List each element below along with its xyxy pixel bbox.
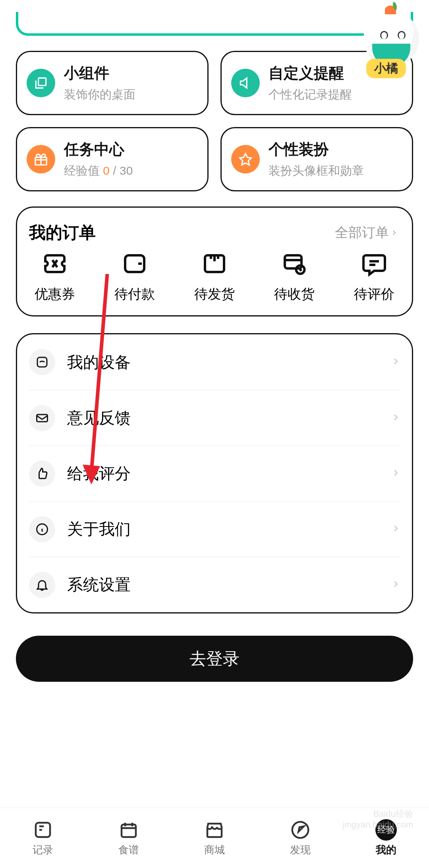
mascot-label: 小橘 bbox=[366, 59, 406, 78]
custom-remind-sub: 个性化记录提醒 bbox=[269, 87, 352, 103]
custom-remind-title: 自定义提醒 bbox=[269, 63, 352, 83]
settings-row-devices[interactable]: 我的设备 bbox=[29, 334, 400, 390]
order-item-pending-receive[interactable]: 待收货 bbox=[269, 249, 320, 303]
tab-record[interactable]: 记录 bbox=[32, 819, 54, 857]
info-icon bbox=[29, 516, 55, 542]
orders-panel: 我的订单 全部订单 优惠券 待付款 待发货 待收货 待评价 bbox=[16, 206, 413, 316]
task-center-title: 任务中心 bbox=[64, 139, 133, 160]
tab-recipes[interactable]: 食谱 bbox=[118, 819, 139, 857]
svg-rect-0 bbox=[39, 78, 46, 85]
chevron-right-icon bbox=[391, 357, 400, 367]
chevron-right-icon bbox=[390, 229, 398, 236]
order-item-pending-ship[interactable]: 待发货 bbox=[189, 249, 240, 303]
chevron-right-icon bbox=[391, 524, 400, 534]
thumbs-up-icon bbox=[29, 461, 55, 487]
order-item-coupon[interactable]: 优惠券 bbox=[29, 249, 81, 303]
all-orders-link[interactable]: 全部订单 bbox=[335, 224, 400, 242]
dressup-sub: 装扮头像框和勋章 bbox=[269, 163, 364, 179]
mascot-floating-button[interactable]: 小橘 bbox=[358, 11, 425, 79]
settings-row-about[interactable]: 关于我们 bbox=[29, 501, 400, 557]
svg-rect-7 bbox=[37, 415, 48, 422]
speaker-icon bbox=[231, 69, 260, 97]
chevron-right-icon bbox=[391, 580, 400, 590]
star-icon bbox=[231, 145, 260, 174]
settings-row-rate[interactable]: 给我评分 bbox=[29, 446, 400, 501]
svg-rect-10 bbox=[122, 825, 136, 837]
task-center-card[interactable]: 任务中心 经验值 0 / 30 bbox=[16, 127, 209, 191]
task-center-xp: 经验值 0 / 30 bbox=[64, 163, 133, 179]
settings-row-system[interactable]: 系统设置 bbox=[29, 557, 400, 612]
mail-icon bbox=[29, 405, 55, 431]
widget-card[interactable]: 小组件 装饰你的桌面 bbox=[16, 51, 209, 115]
scale-icon bbox=[29, 349, 55, 375]
chevron-right-icon bbox=[391, 413, 400, 423]
order-item-pending-pay[interactable]: 待付款 bbox=[109, 249, 160, 303]
settings-row-feedback[interactable]: 意见反馈 bbox=[29, 390, 400, 446]
orders-title: 我的订单 bbox=[29, 222, 96, 244]
top-banner-placeholder bbox=[16, 12, 413, 36]
bell-icon bbox=[29, 572, 55, 598]
settings-panel: 我的设备 意见反馈 给我评分 关于我们 系统设置 bbox=[16, 333, 413, 613]
dressup-card[interactable]: 个性装扮 装扮头像框和勋章 bbox=[220, 127, 413, 191]
gift-icon bbox=[27, 145, 55, 174]
chevron-right-icon bbox=[391, 469, 400, 479]
widget-title: 小组件 bbox=[64, 63, 135, 83]
tab-discover[interactable]: 发现 bbox=[290, 819, 311, 857]
order-item-pending-review[interactable]: 待评价 bbox=[348, 249, 400, 303]
dressup-title: 个性装扮 bbox=[269, 139, 364, 160]
watermark: Baidu经验 jingyan.baidu.com bbox=[343, 809, 413, 830]
widget-icon bbox=[27, 69, 55, 97]
login-button[interactable]: 去登录 bbox=[16, 636, 413, 682]
svg-rect-9 bbox=[36, 823, 50, 837]
widget-sub: 装饰你的桌面 bbox=[64, 87, 135, 103]
tab-shop[interactable]: 商城 bbox=[204, 819, 225, 857]
svg-rect-6 bbox=[37, 357, 47, 367]
